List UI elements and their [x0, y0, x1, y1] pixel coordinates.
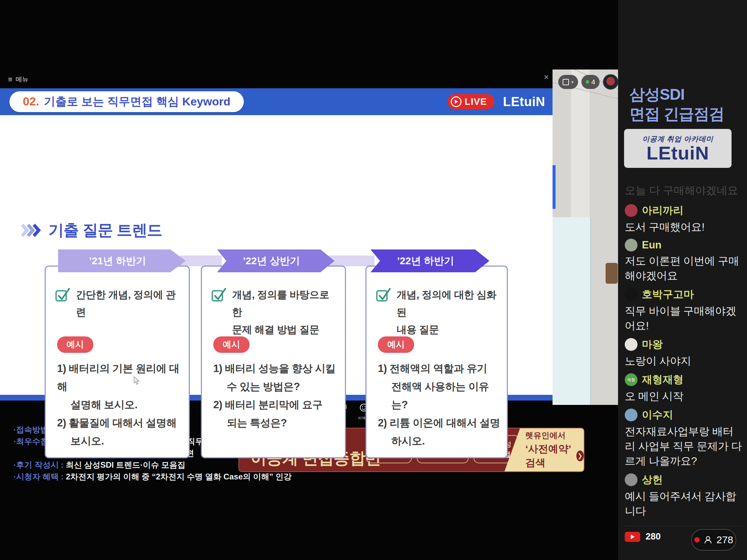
chat-faded-message: 오늘 다 구매해야겠네요 — [625, 183, 743, 198]
info-line: ·시청자 혜택 : 2차전지 평가의 이해 중 “2차전지 수명 열화 Case… — [14, 471, 291, 482]
avatar — [625, 239, 638, 251]
chevron-down-icon: ▾ — [571, 80, 574, 85]
example-line: 2) 배터리 분리막에 요구 — [213, 396, 339, 414]
timeline-banner-2022h1: ’22년 상반기 — [217, 249, 335, 272]
stream-title-line2: 면접 긴급점검 — [629, 104, 724, 124]
avatar — [625, 473, 638, 486]
slide-number: 02. — [23, 95, 39, 108]
chat-message-text: 도서 구매했어요! — [625, 219, 743, 234]
letuin-logo: 이공계 취업 아카데미 LEtuiN — [624, 129, 731, 168]
ad-cta-line1: 렛유인에서 — [525, 430, 584, 441]
viewer-count: 278 — [716, 534, 733, 545]
example-line: 하시오. — [378, 432, 501, 450]
chat-message: 상헌예시 들어주셔서 감사합니다 — [625, 473, 743, 518]
info-value: 2차전지 평가의 이해 중 “2차전지 수명 열화 Case의 이해” 인강 — [66, 472, 291, 481]
participants-button[interactable]: 4 — [582, 75, 600, 89]
menu-label: 메뉴 — [16, 75, 29, 84]
checkbox-icon — [376, 287, 391, 302]
example-badge: 예시 — [213, 337, 250, 353]
point-line: 개념, 정의를 바탕으로 한 — [232, 286, 337, 321]
chat-username: Eun — [642, 239, 662, 251]
chat-message: Eun저도 이론편 이번에 구매해야겠어요 — [625, 239, 743, 283]
info-value: 최신 삼성SDI 트렌드·이슈 모음집 — [66, 460, 185, 469]
chat-username: 호박구고마 — [642, 287, 694, 301]
chat-message: 호박구고마직무 바이블 구매해야겠어요! — [625, 287, 743, 333]
example-line: 설명해 보시오. — [57, 396, 183, 414]
avatar[interactable] — [603, 74, 618, 90]
example-badge: 예시 — [378, 337, 414, 353]
question-box-2022h1: 개념, 정의를 바탕으로 한 문제 해결 방법 질문 예시 1) 배터리 성능을… — [201, 266, 346, 458]
stream-title-line1: 삼성SDI — [629, 85, 724, 104]
chat-username: 재형재형 — [642, 373, 684, 387]
example-line: 1) 전해액의 역할과 유기 — [378, 359, 501, 378]
checkbox-icon — [55, 287, 71, 302]
mouse-cursor — [133, 376, 140, 385]
brand-logo: LEtuiN — [503, 95, 545, 109]
section-heading-text: 기출 질문 트렌드 — [48, 220, 162, 241]
point-line: 개념, 정의에 대한 심화된 — [397, 286, 499, 321]
section-heading: 기출 질문 트렌드 — [21, 220, 162, 241]
layout-button[interactable]: ▾ — [558, 75, 578, 89]
avatar — [625, 338, 638, 351]
avatar — [625, 204, 638, 217]
question-box-2021h2: 간단한 개념, 정의에 관련 예시 1) 배터리의 기본 원리에 대해 설명해 … — [45, 266, 190, 458]
example-line: 수 있는 방법은? — [213, 378, 339, 396]
info-label: ·시청자 혜택 : — [14, 472, 66, 481]
example-line: 1) 배터리의 기본 원리에 대해 — [57, 359, 183, 396]
live-label: LIVE — [465, 96, 487, 107]
chat-message-text: 전자재료사업부랑 배터리 사업부 직무 문제가 다르게 나올까요? — [625, 424, 743, 468]
participant-count: 4 — [591, 78, 595, 86]
youtube-icon — [625, 532, 640, 542]
avatar — [625, 408, 638, 421]
slide-header: 02. 기출로 보는 직무면접 핵심 Keyword LIVE LEtuiN — [0, 88, 552, 115]
chat-message-text: 예시 들어주셔서 감사합니다 — [625, 489, 743, 518]
checkbox-icon — [211, 287, 227, 302]
logo-text: LEtuiN — [647, 144, 709, 162]
viewer-count-pill: 278 — [691, 529, 736, 551]
slide-title: 기출로 보는 직무면접 핵심 Keyword — [44, 94, 230, 109]
ad-cta-line2: ‘사전예약’ 검색 — [525, 442, 573, 470]
stream-title: 삼성SDI 면접 긴급점검 — [629, 85, 724, 124]
layout-icon — [563, 79, 569, 85]
webcam-view — [552, 70, 618, 405]
resize-handle-icon[interactable]: ✕ — [543, 73, 549, 81]
screen: ≡ 메뉴 02. 기출로 보는 직무면접 핵심 Keyword LIVE LEt… — [0, 0, 747, 560]
online-dot-icon — [586, 80, 589, 84]
menu-button[interactable]: ≡ 메뉴 — [8, 75, 29, 84]
person-icon — [703, 535, 713, 545]
chat-message-text: 오 메인 시작 — [625, 389, 743, 404]
avatar — [625, 288, 638, 301]
chat-message-text: 저도 이론편 이번에 구매해야겠어요 — [625, 254, 743, 283]
example-line: 2) 리튬 이온에 대해서 설명 — [378, 414, 501, 432]
presentation-slide: 02. 기출로 보는 직무면접 핵심 Keyword LIVE LEtuiN 기… — [0, 88, 552, 395]
example-badge: 예시 — [57, 337, 93, 353]
point-line: 내용 질문 — [397, 321, 499, 339]
chat-message-text: 노랑이 사야지 — [625, 353, 743, 368]
chat-message: 이수지전자재료사업부랑 배터리 사업부 직무 문제가 다르게 나올까요? — [625, 408, 743, 468]
live-badge: LIVE — [447, 94, 494, 109]
play-icon — [451, 96, 462, 107]
chat-message-text: 직무 바이블 구매해야겠어요! — [625, 303, 743, 333]
timeline-banner-2021h2: ’21년 하반기 — [58, 249, 186, 272]
chat-username: 아리까리 — [642, 204, 684, 218]
chat-username: 마왕 — [642, 338, 663, 351]
chat-username: 이수지 — [642, 408, 673, 422]
banner-connector — [328, 256, 375, 266]
chat-message-list: 아리까리도서 구매했어요!Eun저도 이론편 이번에 구매해야겠어요호박구고마직… — [625, 204, 743, 518]
chat-username: 상헌 — [642, 473, 663, 487]
info-label: ·후기 작성시 : — [14, 460, 66, 469]
point-line: 간단한 개념, 정의에 관련 — [76, 286, 181, 321]
recording-dot-icon — [694, 537, 700, 542]
youtube-viewer-count: 280 — [646, 531, 661, 542]
example-line: 2) 활물질에 대해서 설명해 — [57, 414, 183, 432]
timeline-banner-2022h2: ’22년 하반기 — [370, 249, 489, 272]
question-box-2022h2: 개념, 정의에 대한 심화된 내용 질문 예시 1) 전해액의 역할과 유기 전… — [365, 266, 508, 458]
chat-message: 마왕노랑이 사야지 — [625, 338, 743, 368]
example-line: 보시오. — [57, 432, 183, 450]
example-line: 1) 배터리 성능을 향상 시킬 — [213, 359, 339, 378]
chat-message: 재형재형재형오 메인 시작 — [625, 373, 743, 404]
example-line: 되는 특성은? — [213, 414, 339, 432]
triple-chevron-icon — [21, 223, 42, 238]
webcam-controls: ▾ 4 — [558, 74, 618, 90]
hamburger-menu-icon: ≡ — [8, 76, 12, 83]
